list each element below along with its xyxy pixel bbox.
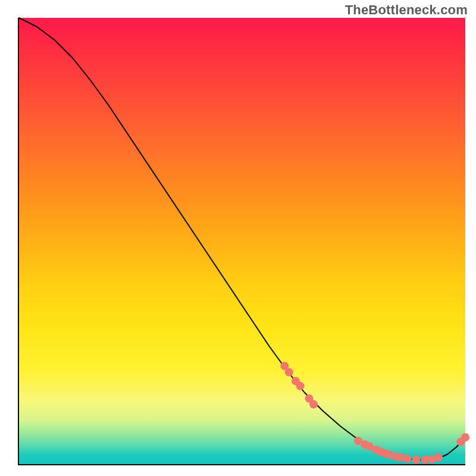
watermark-text: TheBottleneck.com <box>345 2 468 18</box>
chart-markers <box>280 362 469 464</box>
chart-marker <box>434 453 443 462</box>
curve-path <box>19 18 465 460</box>
chart-marker <box>412 456 421 464</box>
chart-marker <box>309 400 318 409</box>
chart-plot-area <box>18 18 465 465</box>
chart-marker <box>461 433 469 441</box>
chart-marker <box>403 455 412 463</box>
chart-marker <box>285 368 293 377</box>
chart-overlay-svg <box>19 18 465 464</box>
chart-marker <box>296 382 305 390</box>
chart-curve <box>19 18 465 460</box>
